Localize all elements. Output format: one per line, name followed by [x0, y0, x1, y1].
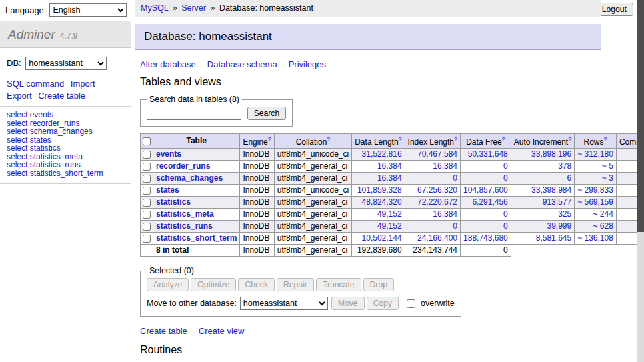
row-checkbox[interactable] — [143, 223, 151, 231]
auto-increment-link[interactable]: 378 — [558, 161, 571, 171]
overwrite-checkbox[interactable] — [407, 299, 415, 308]
import-link[interactable]: Import — [71, 79, 95, 89]
data-length-link[interactable]: 49,152 — [377, 209, 402, 219]
drop-button[interactable]: Drop — [363, 278, 394, 291]
index-length-link[interactable]: 0 — [453, 221, 457, 231]
help-link[interactable]: ? — [268, 136, 271, 143]
check-button[interactable]: Check — [238, 278, 275, 291]
auto-increment-link[interactable]: 33,898,196 — [531, 149, 571, 159]
table-name-link[interactable]: schema_changes — [156, 173, 223, 183]
copy-button[interactable]: Copy — [367, 297, 399, 310]
table-name-link[interactable]: recorder_runs — [156, 161, 210, 171]
sidebar-table-link[interactable]: select events — [7, 111, 124, 119]
rows-link[interactable]: ~ 136,108 — [577, 233, 613, 243]
database-action-link[interactable]: Database schema — [207, 59, 277, 69]
index-length-link[interactable]: 24,166,400 — [417, 233, 457, 243]
help-link[interactable]: ? — [454, 136, 457, 143]
language-select[interactable]: English — [49, 3, 127, 17]
help-link[interactable]: ? — [327, 136, 330, 143]
create-table-link[interactable]: Create table — [38, 91, 85, 101]
index-length-link[interactable]: 67,256,320 — [417, 185, 457, 195]
help-link[interactable]: ? — [399, 136, 402, 143]
repair-button[interactable]: Repair — [277, 278, 314, 291]
table-name-link[interactable]: statistics — [156, 197, 191, 207]
database-action-link[interactable]: Alter database — [140, 59, 196, 69]
export-link[interactable]: Export — [7, 91, 32, 101]
rows-link[interactable]: ~ 569,159 — [577, 197, 613, 207]
rows-link[interactable]: ~ 299,833 — [577, 185, 613, 195]
engine-cell: InnoDB — [240, 185, 274, 197]
overwrite-label[interactable]: overwrite — [421, 299, 455, 308]
rows-link[interactable]: ~ 5 — [602, 161, 613, 171]
search-input[interactable] — [147, 107, 241, 120]
selected-fieldset: Selected (0) AnalyzeOptimizeCheckRepairT… — [140, 266, 461, 317]
data-length-link[interactable]: 101,859,328 — [357, 185, 402, 195]
rows-link[interactable]: ~ 3 — [602, 173, 613, 183]
scrollbar[interactable] — [637, 0, 644, 362]
database-action-link[interactable]: Privileges — [289, 59, 326, 69]
sidebar-table-link[interactable]: select statistics_short_term — [7, 169, 124, 178]
row-checkbox[interactable] — [143, 187, 151, 195]
breadcrumb-server-link[interactable]: Server — [181, 3, 206, 13]
data-free-link[interactable]: 50,331,648 — [468, 149, 508, 159]
row-checkbox[interactable] — [143, 151, 151, 159]
help-link[interactable]: ? — [604, 136, 607, 143]
data-free-link[interactable]: 0 — [503, 221, 508, 231]
table-name-link[interactable]: statistics_short_term — [156, 233, 237, 243]
move-db-select[interactable]: homeassistant — [240, 297, 328, 310]
data-free-link[interactable]: 6,291,456 — [472, 197, 507, 207]
select-all-checkbox[interactable] — [143, 137, 151, 145]
data-length-link[interactable]: 16,384 — [377, 173, 402, 183]
scrollbar-thumb[interactable] — [637, 0, 644, 232]
table-name-link[interactable]: states — [156, 185, 179, 195]
sidebar-table-link[interactable]: select schema_changes — [7, 127, 124, 136]
row-checkbox[interactable] — [143, 199, 151, 207]
rows-link[interactable]: ~ 312,180 — [577, 149, 613, 159]
analyze-button[interactable]: Analyze — [147, 278, 189, 291]
breadcrumb-mysql-link[interactable]: MySQL — [141, 3, 168, 13]
table-name-link[interactable]: statistics_meta — [156, 209, 214, 219]
data-length-link[interactable]: 16,384 — [377, 161, 402, 171]
data-length-link[interactable]: 10,502,144 — [362, 233, 402, 243]
table-name-link[interactable]: statistics_runs — [156, 221, 213, 231]
index-length-link[interactable]: 16,384 — [433, 209, 457, 219]
help-link[interactable]: ? — [568, 136, 571, 143]
data-free-link[interactable]: 0 — [503, 209, 508, 219]
auto-increment-link[interactable]: 8,581,645 — [536, 233, 571, 243]
data-length-link[interactable]: 48,824,320 — [362, 197, 402, 207]
index-length-link[interactable]: 70,467,584 — [417, 149, 457, 159]
db-select[interactable]: homeassistant — [25, 57, 107, 70]
app-logo[interactable]: Adminer — [8, 27, 55, 41]
auto-increment-link[interactable]: 33,398,984 — [531, 185, 571, 195]
sidebar-table-link[interactable]: select statistics — [7, 144, 124, 153]
truncate-button[interactable]: Truncate — [316, 278, 361, 291]
create-link[interactable]: Create view — [199, 326, 245, 336]
row-checkbox[interactable] — [143, 211, 151, 219]
data-free-link[interactable]: 104,857,600 — [463, 185, 508, 195]
data-length-link[interactable]: 49,152 — [377, 221, 402, 231]
move-button[interactable]: Move — [331, 297, 365, 310]
auto-increment-link[interactable]: 6 — [567, 173, 571, 183]
optimize-button[interactable]: Optimize — [191, 278, 236, 291]
sidebar-table-link[interactable]: select statistics_runs — [7, 161, 124, 169]
data-length-link[interactable]: 31,522,816 — [362, 149, 402, 159]
index-length-link[interactable]: 16,384 — [433, 161, 457, 171]
data-free-link[interactable]: 0 — [503, 161, 508, 171]
search-button[interactable]: Search — [247, 107, 287, 120]
rows-link[interactable]: ~ 244 — [593, 209, 613, 219]
row-checkbox[interactable] — [143, 163, 151, 171]
auto-increment-link[interactable]: 913,577 — [543, 197, 571, 207]
row-checkbox[interactable] — [143, 175, 151, 183]
create-link[interactable]: Create table — [140, 326, 187, 336]
index-length-link[interactable]: 72,220,672 — [417, 197, 457, 207]
row-checkbox[interactable] — [143, 235, 151, 243]
help-link[interactable]: ? — [502, 136, 505, 143]
auto-increment-link[interactable]: 325 — [558, 209, 571, 219]
data-free-link[interactable]: 188,743,680 — [463, 233, 508, 243]
table-name-link[interactable]: events — [156, 149, 181, 159]
data-free-link[interactable]: 0 — [503, 173, 508, 183]
sql-command-link[interactable]: SQL command — [7, 79, 64, 89]
index-length-link[interactable]: 0 — [453, 173, 457, 183]
rows-link[interactable]: ~ 628 — [593, 221, 613, 231]
auto-increment-link[interactable]: 39,999 — [547, 221, 571, 231]
